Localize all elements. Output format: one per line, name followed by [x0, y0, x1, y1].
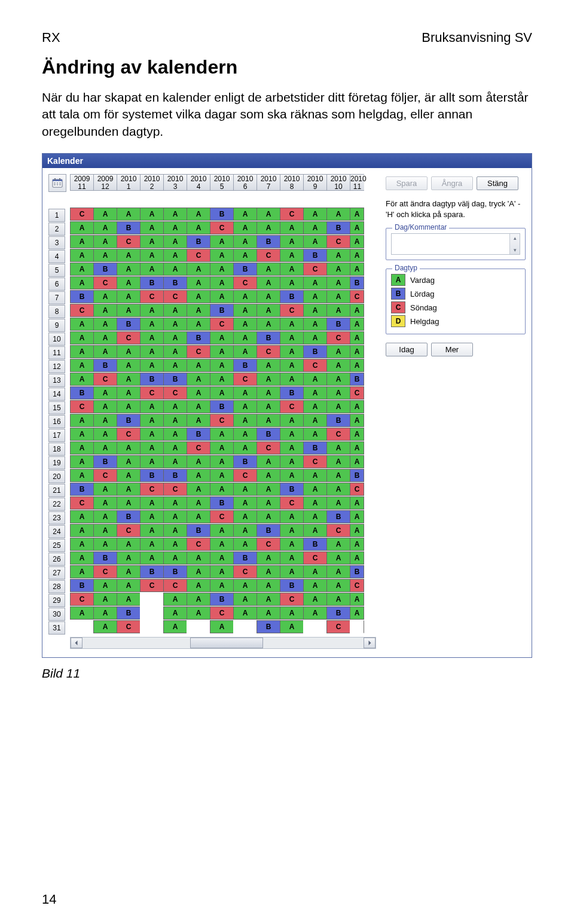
- day-cell[interactable]: A: [280, 620, 304, 633]
- day-cell[interactable]: A: [163, 455, 187, 468]
- day-cell[interactable]: A: [140, 400, 164, 413]
- day-cell[interactable]: A: [350, 538, 364, 551]
- day-cell[interactable]: A: [303, 428, 327, 441]
- day-cell[interactable]: C: [93, 373, 117, 386]
- day-cell[interactable]: C: [326, 235, 350, 248]
- day-cell[interactable]: C: [187, 249, 210, 262]
- day-cell[interactable]: A: [163, 510, 187, 523]
- day-cell[interactable]: A: [187, 593, 210, 606]
- day-cell[interactable]: A: [303, 593, 327, 606]
- day-cell[interactable]: A: [257, 304, 280, 317]
- day-cell[interactable]: B: [70, 483, 94, 496]
- day-cell[interactable]: A: [350, 510, 364, 523]
- day-cell[interactable]: A: [210, 551, 234, 565]
- day-cell[interactable]: C: [93, 276, 117, 289]
- day-cell[interactable]: B: [280, 386, 304, 400]
- day-cell[interactable]: A: [350, 496, 364, 510]
- day-cell[interactable]: A: [140, 304, 164, 317]
- day-cell[interactable]: A: [257, 579, 280, 592]
- day-cell[interactable]: A: [140, 263, 164, 276]
- day-cell[interactable]: A: [257, 510, 280, 523]
- day-cell[interactable]: A: [257, 373, 280, 386]
- day-cell[interactable]: C: [280, 400, 304, 413]
- save-button[interactable]: Spara: [386, 176, 428, 190]
- day-cell[interactable]: A: [257, 469, 280, 482]
- day-cell[interactable]: A: [210, 386, 234, 400]
- day-cell[interactable]: A: [303, 304, 327, 317]
- day-cell[interactable]: A: [140, 208, 164, 221]
- day-cell[interactable]: A: [187, 318, 210, 331]
- day-cell[interactable]: A: [70, 414, 94, 427]
- day-cell[interactable]: A: [163, 428, 187, 441]
- day-cell[interactable]: C: [70, 208, 94, 221]
- day-cell[interactable]: A: [326, 593, 350, 606]
- day-cell[interactable]: A: [210, 538, 234, 551]
- day-cell[interactable]: A: [140, 455, 164, 468]
- day-cell[interactable]: B: [233, 263, 257, 276]
- day-cell[interactable]: A: [326, 263, 350, 276]
- day-cell[interactable]: C: [233, 276, 257, 289]
- day-cell[interactable]: A: [233, 290, 257, 303]
- close-button[interactable]: Stäng: [477, 176, 518, 190]
- day-cell[interactable]: A: [70, 359, 94, 372]
- day-cell[interactable]: A: [117, 565, 141, 578]
- day-cell[interactable]: A: [210, 524, 234, 537]
- day-cell[interactable]: A: [117, 386, 141, 400]
- day-cell[interactable]: A: [187, 221, 210, 234]
- day-cell[interactable]: A: [117, 208, 141, 221]
- day-cell[interactable]: A: [70, 538, 94, 551]
- day-cell[interactable]: B: [210, 304, 234, 317]
- day-cell[interactable]: A: [326, 579, 350, 592]
- day-cell[interactable]: C: [350, 579, 364, 592]
- day-cell[interactable]: A: [187, 304, 210, 317]
- day-cell[interactable]: B: [303, 345, 327, 358]
- day-cell[interactable]: A: [280, 538, 304, 551]
- day-cell[interactable]: C: [187, 538, 210, 551]
- day-cell[interactable]: C: [117, 524, 141, 537]
- day-cell[interactable]: A: [93, 496, 117, 510]
- day-cell[interactable]: B: [187, 331, 210, 344]
- day-cell[interactable]: C: [140, 579, 164, 592]
- day-cell[interactable]: C: [70, 496, 94, 510]
- day-cell[interactable]: A: [233, 428, 257, 441]
- day-cell[interactable]: B: [233, 551, 257, 565]
- day-cell[interactable]: A: [233, 579, 257, 592]
- day-cell[interactable]: A: [70, 551, 94, 565]
- day-cell[interactable]: A: [280, 551, 304, 565]
- day-cell[interactable]: A: [257, 290, 280, 303]
- day-cell[interactable]: A: [187, 263, 210, 276]
- day-cell[interactable]: A: [280, 469, 304, 482]
- day-cell[interactable]: C: [303, 359, 327, 372]
- more-button[interactable]: Mer: [431, 343, 473, 356]
- day-cell[interactable]: A: [70, 235, 94, 248]
- comment-textarea[interactable]: ▴ ▾: [391, 233, 520, 255]
- day-cell[interactable]: A: [257, 208, 280, 221]
- day-cell[interactable]: A: [233, 593, 257, 606]
- day-cell[interactable]: A: [233, 345, 257, 358]
- day-cell[interactable]: B: [350, 565, 364, 578]
- day-cell[interactable]: A: [233, 331, 257, 344]
- day-cell[interactable]: A: [163, 304, 187, 317]
- day-cell[interactable]: A: [163, 551, 187, 565]
- day-cell[interactable]: C: [280, 208, 304, 221]
- day-cell[interactable]: A: [210, 373, 234, 386]
- day-cell[interactable]: A: [210, 331, 234, 344]
- day-cell[interactable]: C: [163, 579, 187, 592]
- calendar-icon[interactable]: [48, 174, 66, 192]
- day-cell[interactable]: A: [70, 441, 94, 455]
- day-cell[interactable]: A: [280, 524, 304, 537]
- day-cell[interactable]: A: [163, 441, 187, 455]
- day-cell[interactable]: C: [117, 620, 141, 633]
- day-cell[interactable]: B: [326, 414, 350, 427]
- day-cell[interactable]: A: [163, 620, 187, 633]
- day-cell[interactable]: A: [117, 551, 141, 565]
- day-cell[interactable]: A: [93, 524, 117, 537]
- day-cell[interactable]: B: [117, 318, 141, 331]
- day-cell[interactable]: A: [233, 483, 257, 496]
- day-cell[interactable]: A: [280, 345, 304, 358]
- day-cell[interactable]: A: [350, 551, 364, 565]
- day-cell[interactable]: C: [93, 565, 117, 578]
- day-cell[interactable]: A: [70, 469, 94, 482]
- day-cell[interactable]: C: [257, 345, 280, 358]
- day-cell[interactable]: C: [163, 386, 187, 400]
